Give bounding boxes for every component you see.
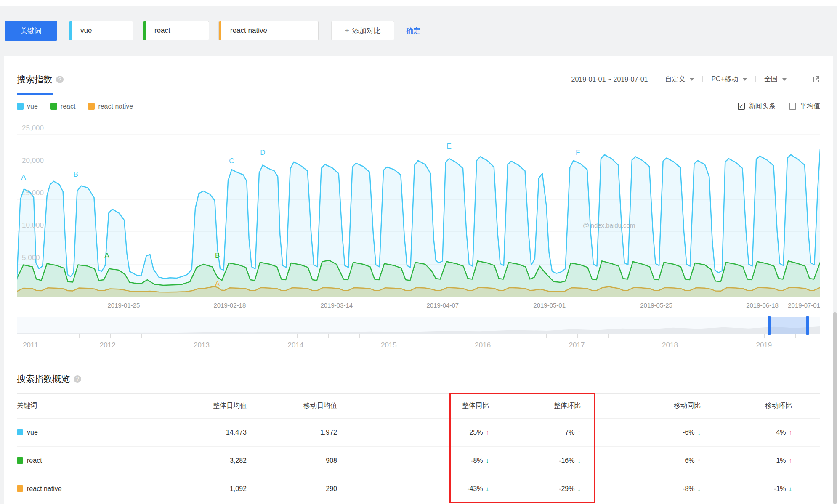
export-icon[interactable] — [812, 75, 820, 83]
table-row: vue 14,473 1,972 25%↑ 7%↑ -6%↓ 4%↑ — [17, 418, 820, 446]
baidu-index-page: 关键词 vue react react native + 添加对比 确定 搜索指… — [0, 0, 837, 504]
mobile-yoy-value: 6%↑ — [581, 446, 701, 475]
table-header-row: 关键词 整体日均值 移动日均值 整体同比 整体环比 移动同比 移动环比 — [17, 394, 820, 418]
date-range[interactable]: 2019-01-01 ~ 2019-07-01 — [571, 76, 648, 83]
chevron-down-icon — [690, 78, 694, 81]
timeline-handle-left[interactable] — [768, 316, 771, 335]
news-marker-a[interactable]: A — [215, 280, 220, 288]
timeline-tick — [546, 334, 547, 338]
news-marker-f[interactable]: F — [576, 149, 580, 157]
x-axis-tick-label: 2019-07-01 — [788, 302, 820, 309]
down-arrow-icon: ↓ — [789, 485, 792, 492]
down-arrow-icon: ↓ — [578, 457, 581, 464]
legend-item-react[interactable]: react — [50, 103, 76, 110]
col-keyword: 关键词 — [17, 394, 143, 418]
timeline-tick — [453, 334, 453, 338]
mobile-avg-value: 1,972 — [247, 418, 337, 446]
legend-swatch — [17, 103, 24, 110]
col-overall-yoy: 整体同比 — [337, 394, 489, 418]
legend-item-vue[interactable]: vue — [17, 103, 38, 110]
series-area-vue — [17, 149, 820, 297]
x-axis-tick-label: 2019-05-01 — [533, 302, 566, 309]
divider — [702, 76, 703, 82]
timeline-tick — [359, 334, 360, 338]
mobile-mom-value: -1%↓ — [701, 475, 792, 503]
keyword-color-bar — [219, 21, 221, 40]
timeline-tick — [328, 334, 329, 338]
percent-value: 6% — [685, 457, 694, 464]
page-scrollbar[interactable] — [833, 312, 837, 504]
percent-value: 4% — [776, 429, 786, 436]
divider — [795, 76, 795, 82]
mobile-yoy-value: -8%↓ — [581, 475, 701, 503]
help-icon[interactable]: ? — [74, 375, 81, 383]
dropdown-region[interactable]: 全国 — [764, 75, 787, 84]
y-axis-tick-label: 20,000 — [22, 157, 44, 165]
add-compare-button[interactable]: + 添加对比 — [331, 21, 394, 40]
help-icon[interactable]: ? — [56, 76, 64, 83]
timeline-tick — [795, 334, 796, 338]
timeline-tick — [141, 334, 142, 338]
dropdown-custom-range[interactable]: 自定义 — [665, 75, 694, 84]
timeline-handle-right[interactable] — [806, 316, 809, 335]
keyword-color-bar — [69, 21, 72, 40]
timeline-tick — [48, 334, 48, 338]
checkbox-average[interactable]: 平均值 — [789, 102, 820, 111]
col-mobile-yoy: 移动同比 — [581, 394, 701, 418]
news-marker-e[interactable]: E — [447, 142, 452, 151]
timeline-tick — [640, 334, 640, 338]
chart-legend: vue react react native — [17, 103, 146, 110]
dropdown-label: PC+移动 — [711, 75, 738, 84]
timeline-selection[interactable] — [769, 317, 808, 334]
keyword-text: react native — [230, 27, 267, 35]
down-arrow-icon: ↓ — [698, 429, 701, 436]
keyword-cell[interactable]: react native — [17, 485, 143, 493]
keyword-text: react — [154, 27, 170, 35]
timeline-slider: 201120122013201420152016201720182019 — [17, 317, 820, 355]
checkbox-label: 平均值 — [800, 102, 820, 111]
news-marker-b[interactable]: B — [74, 170, 78, 179]
legend-item-react-native[interactable]: react native — [88, 103, 133, 110]
chart-options: ✓ 新闻头条 平均值 — [724, 102, 820, 111]
timeline-tick — [515, 334, 515, 338]
trend-chart[interactable]: @index.baidu.com 25,00020,00015,00010,00… — [17, 116, 820, 313]
news-marker-b[interactable]: B — [215, 252, 220, 260]
keyword-cell[interactable]: vue — [17, 429, 143, 436]
timeline-year-label: 2013 — [194, 341, 210, 350]
series-swatch — [17, 457, 23, 464]
timeline-year-label: 2016 — [475, 341, 491, 350]
x-axis-tick-label: 2019-03-14 — [320, 302, 353, 309]
timeline-track[interactable] — [17, 317, 820, 334]
timeline-year-label: 2014 — [288, 341, 304, 350]
keyword-input-vue[interactable]: vue — [69, 21, 133, 40]
timeline-year-label: 2011 — [23, 341, 38, 350]
dropdown-device[interactable]: PC+移动 — [711, 75, 747, 84]
timeline-tick — [173, 334, 173, 338]
search-index-card: 搜索指数 ? 2019-01-01 ~ 2019-07-01 自定义 PC+移动 — [4, 56, 833, 504]
news-marker-a[interactable]: A — [21, 173, 26, 182]
news-marker-a[interactable]: A — [104, 252, 109, 260]
table-row: react 3,282 908 -8%↓ -16%↓ 6%↑ 1%↑ — [17, 446, 820, 475]
keyword-type-button[interactable]: 关键词 — [5, 21, 57, 41]
checkbox-news-headlines[interactable]: ✓ 新闻头条 — [738, 102, 776, 111]
overview-header: 搜索指数概览 ? — [17, 373, 820, 385]
top-strip — [0, 0, 837, 6]
col-overall-mom: 整体环比 — [489, 394, 581, 418]
news-marker-c[interactable]: C — [229, 157, 234, 165]
timeline-tick — [110, 334, 111, 338]
up-arrow-icon: ↑ — [789, 429, 792, 436]
keyword-color-bar — [143, 21, 146, 40]
timeline-tick — [266, 334, 266, 338]
overall-yoy-value: -43%↓ — [337, 475, 489, 503]
news-marker-d[interactable]: D — [260, 149, 265, 157]
timeline-tick — [764, 334, 765, 338]
confirm-link[interactable]: 确定 — [406, 26, 420, 36]
keyword-cell[interactable]: react — [17, 457, 143, 464]
keyword-input-react-native[interactable]: react native — [218, 21, 319, 40]
keyword-input-react[interactable]: react — [143, 21, 209, 40]
legend-row: vue react react native ✓ 新闻头条 平 — [17, 102, 820, 111]
percent-value: -16% — [559, 457, 574, 464]
x-axis-tick-label: 2019-02-18 — [214, 302, 246, 309]
table-row: react native 1,092 290 -43%↓ -29%↓ -8%↓ … — [17, 475, 820, 503]
plus-icon: + — [345, 27, 349, 35]
